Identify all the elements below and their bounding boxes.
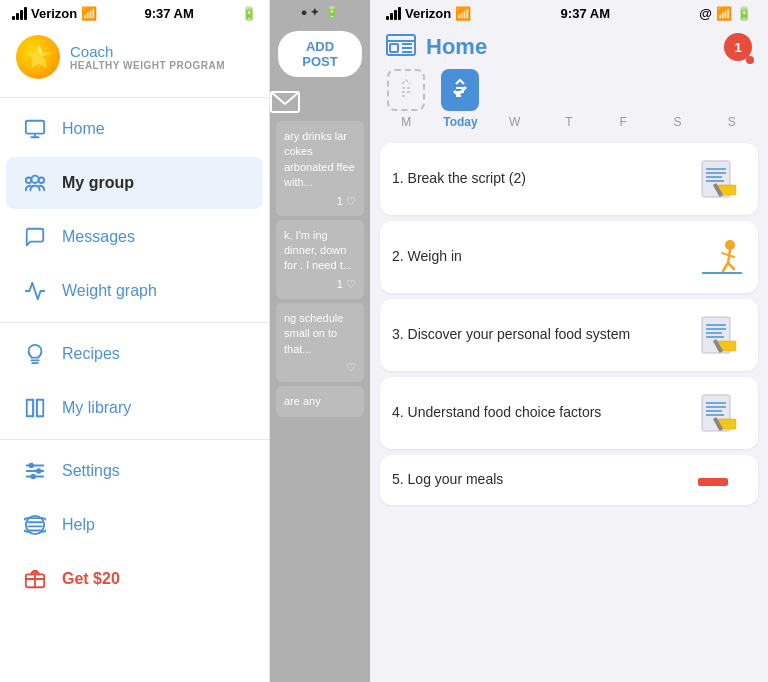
battery-area-left: 🔋 [241, 6, 257, 21]
coach-label: Coach [70, 43, 225, 60]
day-box-today [441, 69, 479, 111]
day-label-monday: M [401, 115, 411, 129]
nav-divider-3 [0, 439, 269, 440]
sidebar-item-home[interactable]: Home [6, 103, 263, 155]
signal-icon [12, 7, 27, 20]
weightgraph-label: Weight graph [62, 282, 157, 300]
carrier-right: Verizon [405, 6, 451, 21]
post-text: are any [284, 394, 356, 409]
sidebar-item-settings[interactable]: Settings [6, 445, 263, 497]
sidebar-item-mygroup[interactable]: My group [6, 157, 263, 209]
day-sunday[interactable]: S [706, 69, 758, 129]
svg-point-15 [30, 464, 34, 468]
mylibrary-label: My library [62, 399, 131, 417]
post-likes: ♡ [284, 361, 356, 374]
gift-icon [22, 566, 48, 592]
notification-badge[interactable]: 1 [724, 33, 752, 61]
settings-icon [22, 458, 48, 484]
recipes-label: Recipes [62, 345, 120, 363]
svg-point-40 [725, 240, 735, 250]
day-thursday[interactable]: T [543, 69, 595, 129]
task-number-5: 5. [392, 471, 404, 487]
day-monday[interactable]: M [380, 69, 432, 129]
task-card-3[interactable]: 3. Discover your personal food system [380, 299, 758, 371]
home-label: Home [62, 120, 105, 138]
task-label-4: Understand food choice factors [408, 404, 602, 420]
task-card-1[interactable]: 1. Break the script (2) [380, 143, 758, 215]
day-label-thursday: T [565, 115, 572, 129]
wifi-icon-right: 📶 [455, 6, 471, 21]
svg-rect-0 [26, 121, 44, 134]
list-item[interactable]: k, I'm ing dinner, down for . I need t..… [276, 220, 364, 299]
help-label: Help [62, 516, 95, 534]
graph-icon [22, 278, 48, 304]
battery-icon-right: 🔋 [736, 6, 752, 21]
list-item[interactable]: ary drinks lar cokes arbonated ffee with… [276, 121, 364, 216]
task-number-4: 4. [392, 404, 404, 420]
sidebar-item-recipes[interactable]: Recipes [6, 328, 263, 380]
status-bar-middle: ● ✦ 🔋 [270, 0, 370, 25]
svg-line-44 [723, 263, 728, 271]
post-text: ary drinks lar cokes arbonated ffee with… [284, 129, 356, 191]
day-wednesday[interactable]: W [489, 69, 541, 129]
task-illustration-3 [694, 313, 746, 357]
sidebar-item-weightgraph[interactable]: Weight graph [6, 265, 263, 317]
task-label-3: Discover your personal food system [408, 326, 631, 342]
task-card-4[interactable]: 4. Understand food choice factors [380, 377, 758, 449]
task-card-2[interactable]: 2. Weigh in [380, 221, 758, 293]
right-header-title-area: Home [386, 34, 487, 60]
day-today[interactable]: Today [434, 69, 486, 129]
svg-line-45 [728, 263, 734, 269]
svg-rect-61 [698, 478, 728, 486]
messages-label: Messages [62, 228, 135, 246]
task-label-5: Log your meals [408, 471, 504, 487]
list-item[interactable]: are any [276, 386, 364, 417]
recipes-icon [22, 341, 48, 367]
svg-point-5 [39, 178, 44, 184]
task-illustration-5 [694, 458, 746, 502]
middle-content: ary drinks lar cokes arbonated ffee with… [270, 117, 370, 682]
get20-label: Get $20 [62, 570, 120, 588]
mygroup-label: My group [62, 174, 134, 192]
svg-rect-8 [27, 400, 33, 417]
mail-icon-area [270, 83, 370, 117]
sidebar-item-help[interactable]: Help [6, 499, 263, 551]
task-label-2: Weigh in [408, 248, 462, 264]
time-right: 9:37 AM [561, 6, 610, 21]
sidebar-item-messages[interactable]: Messages [6, 211, 263, 263]
svg-point-3 [31, 176, 38, 183]
help-icon [22, 512, 48, 538]
coach-avatar: 🌟 [16, 35, 60, 79]
task-card-5[interactable]: 5. Log your meals [380, 455, 758, 505]
sidebar: Verizon 📶 9:37 AM 🔋 🌟 Coach HEALTHY WEIG… [0, 0, 270, 682]
coach-subtitle: HEALTHY WEIGHT PROGRAM [70, 60, 225, 71]
library-icon [22, 395, 48, 421]
day-label-sunday: S [728, 115, 736, 129]
nav-divider-1 [0, 97, 269, 98]
list-item[interactable]: ng schedule small on to that... ♡ [276, 303, 364, 382]
task-list: 1. Break the script (2) 2. Weigh in [370, 137, 768, 682]
status-bar-right: Verizon 📶 9:37 AM @ 📶 🔋 [370, 0, 768, 25]
notification-count: 1 [734, 40, 741, 55]
day-box-sunday [713, 69, 751, 111]
group-icon [22, 170, 48, 196]
coach-section[interactable]: 🌟 Coach HEALTHY WEIGHT PROGRAM [0, 25, 269, 93]
task-label-1: Break the script (2) [408, 170, 526, 186]
svg-point-16 [37, 469, 41, 473]
add-post-button[interactable]: ADD POST [278, 31, 362, 77]
task-number-2: 2. [392, 248, 404, 264]
home-icon [22, 116, 48, 142]
post-text: k, I'm ing dinner, down for . I need t..… [284, 228, 356, 274]
task-illustration-4 [694, 391, 746, 435]
task-text-4: 4. Understand food choice factors [392, 403, 686, 423]
day-saturday[interactable]: S [651, 69, 703, 129]
sidebar-item-get20[interactable]: Get $20 [6, 553, 263, 605]
nav-divider-2 [0, 322, 269, 323]
day-selector: M Today W T F S [370, 65, 768, 137]
sidebar-item-mylibrary[interactable]: My library [6, 382, 263, 434]
day-friday[interactable]: F [597, 69, 649, 129]
at-icon: @ [699, 6, 712, 21]
messages-icon [22, 224, 48, 250]
task-number-1: 1. [392, 170, 404, 186]
signal-icon-right [386, 7, 401, 20]
